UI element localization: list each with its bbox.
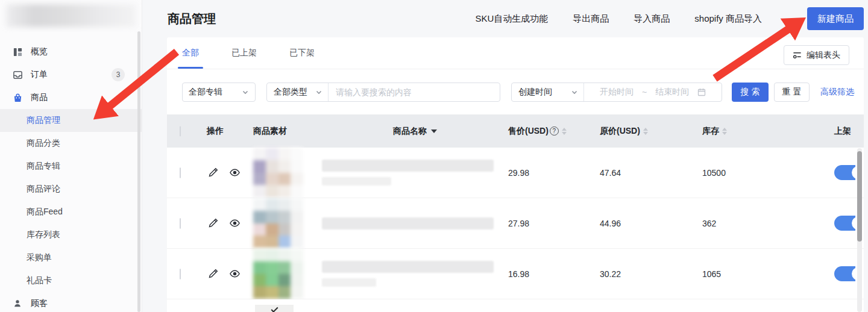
- name-filter-icon[interactable]: [431, 129, 437, 133]
- sidebar-item-products[interactable]: 商品: [0, 86, 142, 109]
- table-row: 27.98 44.96 362: [167, 198, 864, 249]
- new-product-button[interactable]: 新建商品: [807, 7, 864, 30]
- search-group: 全部类型: [266, 83, 500, 102]
- sidebar-item-product-management[interactable]: 商品管理: [0, 109, 142, 132]
- column-header-media: 商品素材: [253, 126, 287, 137]
- overview-icon: [12, 46, 23, 57]
- reset-button[interactable]: 重 置: [774, 83, 810, 102]
- product-image-blurred[interactable]: [253, 198, 303, 248]
- product-name-blurred: [322, 160, 494, 172]
- view-icon[interactable]: [229, 167, 241, 178]
- column-settings-icon: [793, 51, 802, 60]
- sidebar-item-product-feed[interactable]: 商品Feed: [0, 201, 142, 223]
- price-value: 27.98: [508, 219, 529, 228]
- stock-value: 10500: [702, 168, 726, 178]
- sidebar-item-label: 礼品卡: [27, 275, 52, 286]
- import-products-link[interactable]: 导入商品: [634, 13, 670, 25]
- sidebar-item-label: 商品评论: [27, 184, 60, 195]
- row-checkbox[interactable]: [180, 167, 181, 178]
- sidebar-item-orders[interactable]: 订单 3: [0, 63, 142, 86]
- time-field-select[interactable]: 创建时间: [512, 83, 584, 101]
- column-header-name: 商品名称: [393, 126, 427, 137]
- search-button[interactable]: 搜 索: [732, 83, 769, 102]
- products-table: 操作 商品素材 商品名称 售价(USD) ? 原价(USD) 库存 上架: [167, 114, 864, 312]
- table-row: 16.98 30.22 1065: [167, 249, 864, 299]
- time-field-value: 创建时间: [518, 87, 552, 98]
- row-checkbox[interactable]: [180, 269, 181, 279]
- sku-auto-generate-link[interactable]: SKU自动生成功能: [475, 13, 548, 25]
- original-price-value: 44.96: [600, 219, 621, 228]
- sidebar-item-label: 采购单: [27, 252, 52, 263]
- help-icon[interactable]: ?: [550, 126, 559, 136]
- select-all-checkbox[interactable]: [180, 126, 181, 137]
- export-products-link[interactable]: 导出商品: [573, 13, 609, 25]
- sidebar-item-gift-card[interactable]: 礼品卡: [0, 269, 142, 292]
- date-range-input[interactable]: 开始时间 ~ 结束时间: [584, 87, 722, 98]
- edit-columns-label: 编辑表头: [807, 50, 840, 61]
- sidebar-item-customers[interactable]: 顾客: [0, 292, 142, 312]
- type-select-value: 全部类型: [274, 87, 307, 98]
- tab-all[interactable]: 全部: [182, 37, 199, 69]
- sidebar-item-product-category[interactable]: 商品分类: [0, 132, 142, 155]
- sidebar-item-label: 商品分类: [27, 138, 60, 149]
- advanced-filter-link[interactable]: 高级筛选: [820, 87, 854, 98]
- product-subtext-blurred: [322, 177, 391, 186]
- tab-off-shelf[interactable]: 已下架: [289, 37, 315, 69]
- filter-toolbar: 全部专辑 全部类型 创建时间 开始时间 ~: [182, 83, 864, 102]
- sidebar-item-label: 商品: [31, 92, 48, 103]
- on-sale-toggle[interactable]: [834, 216, 855, 231]
- tab-on-shelf[interactable]: 已上架: [231, 37, 257, 69]
- view-icon[interactable]: [229, 217, 241, 229]
- product-image-blurred[interactable]: [253, 249, 303, 299]
- sidebar-item-inventory-list[interactable]: 库存列表: [0, 223, 142, 246]
- column-header-original-price: 原价(USD): [600, 126, 640, 137]
- checkmark-icon: [271, 305, 278, 312]
- sidebar-item-label: 概览: [31, 46, 48, 57]
- album-select-value: 全部专辑: [189, 87, 222, 98]
- product-subtext-blurred: [322, 278, 376, 287]
- column-header-ops: 操作: [207, 126, 224, 137]
- sidebar-item-product-reviews[interactable]: 商品评论: [0, 178, 142, 201]
- search-input[interactable]: [329, 83, 500, 101]
- view-icon[interactable]: [229, 268, 241, 279]
- edit-columns-button[interactable]: 编辑表头: [784, 45, 849, 65]
- on-sale-toggle[interactable]: [834, 266, 855, 281]
- product-image-blurred[interactable]: [253, 148, 303, 198]
- original-price-value: 30.22: [600, 269, 621, 279]
- row-checkbox[interactable]: [180, 218, 181, 229]
- table-header-row: 操作 商品素材 商品名称 售价(USD) ? 原价(USD) 库存 上架: [167, 114, 864, 148]
- on-sale-toggle[interactable]: [834, 165, 855, 180]
- sidebar-item-label: 顾客: [31, 298, 48, 309]
- sidebar-item-label: 库存列表: [27, 229, 60, 240]
- table-scrollbar-thumb[interactable]: [857, 151, 862, 242]
- edit-icon[interactable]: [208, 269, 218, 279]
- sidebar-item-product-collection[interactable]: 商品专辑: [0, 155, 142, 178]
- table-row: 29.98 47.64 10500: [167, 148, 864, 198]
- tabs-bar: 全部 已上架 已下架 编辑表头: [167, 37, 864, 69]
- chevron-down-icon: [242, 89, 249, 96]
- sort-icon[interactable]: [562, 128, 567, 135]
- column-header-on-sale: 上架: [834, 126, 851, 137]
- products-icon: [12, 92, 23, 103]
- sidebar-item-purchase-order[interactable]: 采购单: [0, 246, 142, 269]
- edit-icon[interactable]: [208, 218, 218, 228]
- page-title: 商品管理: [168, 11, 216, 27]
- sidebar-nav: 概览 订单 3 商品 商品管理 商品分类 商品专辑 商品评论 商品: [0, 40, 142, 312]
- stock-value: 1065: [702, 269, 721, 279]
- edit-icon[interactable]: [208, 167, 218, 178]
- price-value: 16.98: [508, 269, 529, 279]
- orders-count-badge: 3: [112, 68, 125, 81]
- sort-icon[interactable]: [722, 128, 727, 135]
- page-header: 商品管理 SKU自动生成功能 导出商品 导入商品 shopify 商品导入 新建…: [142, 0, 868, 37]
- album-select[interactable]: 全部专辑: [182, 83, 256, 102]
- sidebar-item-overview[interactable]: 概览: [0, 40, 142, 63]
- type-select[interactable]: 全部类型: [267, 83, 329, 101]
- date-end-placeholder: 结束时间: [655, 87, 689, 98]
- header-actions: SKU自动生成功能 导出商品 导入商品 shopify 商品导入 新建商品: [475, 7, 868, 30]
- date-filter-group: 创建时间 开始时间 ~ 结束时间: [511, 83, 722, 102]
- sidebar-scrollbar[interactable]: [137, 31, 140, 312]
- tab-label: 全部: [182, 48, 199, 58]
- sort-icon[interactable]: [643, 128, 648, 135]
- stock-value: 362: [702, 219, 716, 228]
- shopify-import-link[interactable]: shopify 商品导入: [694, 13, 762, 25]
